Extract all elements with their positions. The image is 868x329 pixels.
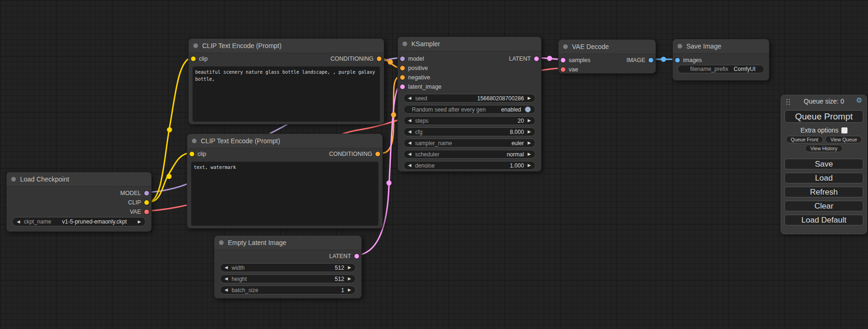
link-dot[interactable] [547,56,552,61]
link-dot[interactable] [661,57,666,62]
collapse-dot-icon[interactable] [193,43,198,48]
batch-size-widget[interactable]: ◀ batch_size 1 ▶ [220,286,356,294]
link-dot[interactable] [167,174,172,179]
collapse-dot-icon[interactable] [563,44,568,49]
random-seed-widget[interactable]: Random seed after every gen enabled [403,105,536,114]
node-title: Save Image [686,42,721,50]
decrement-arrow-icon[interactable]: ◀ [408,163,411,168]
node-clip-text-encode-negative[interactable]: CLIP Text Encode (Prompt) clip CONDITION… [187,133,383,229]
model-input-port[interactable] [400,56,405,61]
ckpt-name-widget[interactable]: ◀ ckpt_name v1-5-pruned-emaonly.ckpt ▶ [12,217,146,226]
decrement-arrow-icon[interactable]: ◀ [225,266,228,270]
conditioning-output-port[interactable] [375,152,380,156]
input-label: model [408,56,424,62]
vae-input-port[interactable] [561,67,565,72]
increment-arrow-icon[interactable]: ▶ [348,288,351,292]
conditioning-output-port[interactable] [377,56,381,61]
node-title-bar[interactable]: CLIP Text Encode (Prompt) [187,134,382,148]
view-queue-button[interactable]: View Queue [825,136,862,143]
negative-input-port[interactable] [400,75,405,80]
denoise-widget[interactable]: ◀ denoise 1.000 ▶ [403,161,536,170]
clear-button[interactable]: Clear [784,201,863,211]
node-title: CLIP Text Encode (Prompt) [202,42,282,49]
prompt-textarea[interactable]: text, watermark [191,161,379,226]
refresh-button[interactable]: Refresh [784,187,863,197]
collapse-dot-icon[interactable] [219,240,224,245]
steps-widget[interactable]: ◀ steps 20 ▶ [403,116,536,125]
node-empty-latent-image[interactable]: Empty Latent Image LATENT ◀ width 512 ▶ … [214,235,362,299]
port-row-vae: vae [558,65,656,74]
latent-image-input-port[interactable] [400,84,405,89]
node-title-bar[interactable]: Save Image [673,39,769,54]
link-dot[interactable] [388,60,393,65]
image-output-port[interactable] [649,58,653,63]
node-save-image[interactable]: Save Image images filename_prefix ComfyU… [672,39,769,81]
node-title-bar[interactable]: CLIP Text Encode (Prompt) [189,39,384,53]
decrement-arrow-icon[interactable]: ◀ [408,152,411,156]
view-history-button[interactable]: View History [805,145,842,152]
increment-arrow-icon[interactable]: ▶ [348,266,351,270]
increment-arrow-icon[interactable]: ▶ [528,130,531,134]
cfg-widget[interactable]: ◀ cfg 8.000 ▶ [403,127,536,136]
model-output-port[interactable] [144,191,149,196]
increment-arrow-icon[interactable]: ▶ [348,277,351,281]
widget-value: 1 [341,287,344,294]
scheduler-widget[interactable]: ◀ scheduler normal ▶ [403,150,536,159]
increment-arrow-icon[interactable]: ▶ [528,152,531,156]
increment-arrow-icon[interactable]: ▶ [528,141,531,145]
sampler-name-widget[interactable]: ◀ sampler_name euler ▶ [403,139,536,147]
collapse-dot-icon[interactable] [11,177,16,182]
decrement-arrow-icon[interactable]: ◀ [17,220,20,224]
decrement-arrow-icon[interactable]: ◀ [408,130,411,134]
queue-front-button[interactable]: Queue Front [786,136,824,143]
decrement-arrow-icon[interactable]: ◀ [408,96,411,100]
save-button[interactable]: Save [784,159,863,169]
clip-input-port[interactable] [191,56,196,61]
load-button[interactable]: Load [784,173,863,183]
decrement-arrow-icon[interactable]: ◀ [225,277,228,281]
increment-arrow-icon[interactable]: ▶ [528,96,531,100]
node-title-bar[interactable]: Empty Latent Image [214,236,361,250]
decrement-arrow-icon[interactable]: ◀ [408,119,411,123]
input-label: latent_image [408,84,442,90]
filename-prefix-widget[interactable]: filename_prefix ComfyUI [677,65,764,73]
width-widget[interactable]: ◀ width 512 ▶ [220,263,356,272]
images-input-port[interactable] [675,58,680,63]
node-title: VAE Decode [572,43,609,50]
widget-label: steps [415,118,429,124]
gear-icon[interactable]: ⚙ [856,97,862,104]
node-clip-text-encode-positive[interactable]: CLIP Text Encode (Prompt) clip CONDITION… [188,38,384,125]
collapse-dot-icon[interactable] [677,44,682,49]
decrement-arrow-icon[interactable]: ◀ [225,288,228,292]
clip-output-port[interactable] [144,200,149,205]
decrement-arrow-icon[interactable]: ◀ [408,141,411,145]
collapse-dot-icon[interactable] [192,139,197,143]
node-title-bar[interactable]: KSampler [398,37,541,51]
node-title-bar[interactable]: Load Checkpoint [7,172,151,187]
seed-widget[interactable]: ◀ seed 156680208700286 ▶ [403,94,536,103]
increment-arrow-icon[interactable]: ▶ [528,119,531,123]
vae-output-port[interactable] [144,210,149,214]
latent-output-port[interactable] [534,56,539,61]
queue-prompt-button[interactable]: Queue Prompt [784,110,863,123]
increment-arrow-icon[interactable]: ▶ [528,163,531,168]
link-dot[interactable] [391,112,396,118]
positive-input-port[interactable] [400,66,405,70]
clip-input-port[interactable] [190,152,194,156]
node-title-bar[interactable]: VAE Decode [558,40,656,54]
latent-output-port[interactable] [354,254,359,259]
increment-arrow-icon[interactable]: ▶ [138,220,141,224]
node-ksampler[interactable]: KSampler model LATENT positive negative … [397,36,542,172]
prompt-textarea[interactable]: beautiful scenery nature glass bottle la… [192,66,380,122]
collapse-dot-icon[interactable] [402,42,407,46]
node-load-checkpoint[interactable]: Load Checkpoint MODEL CLIP VAE ◀ ckpt_na… [6,172,152,232]
height-widget[interactable]: ◀ height 512 ▶ [220,274,356,283]
drag-handle-icon[interactable] [786,98,790,105]
link-dot[interactable] [167,127,172,133]
extra-options-checkbox[interactable] [841,127,847,133]
link-dot[interactable] [387,181,392,186]
load-default-button[interactable]: Load Default [784,215,863,225]
enabled-toggle[interactable] [525,106,531,112]
node-vae-decode[interactable]: VAE Decode samples IMAGE vae [558,39,656,74]
samples-input-port[interactable] [561,58,565,63]
